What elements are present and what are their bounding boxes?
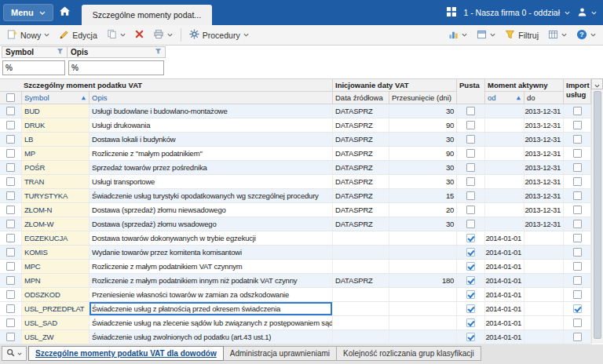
cell-do[interactable] (524, 330, 564, 344)
table-row[interactable]: KOMIS Wydanie towarów przez komitenta ko… (0, 246, 591, 260)
cell-do[interactable]: 2013-12-31 (524, 217, 564, 231)
cell-do[interactable]: 2013-12-31 (524, 147, 564, 160)
home-button[interactable] (53, 4, 77, 21)
cell-przesuniecie[interactable]: 30 (389, 217, 457, 231)
cell-od[interactable] (485, 175, 524, 188)
cell-od[interactable] (485, 189, 524, 202)
row-checkbox[interactable] (6, 290, 15, 299)
cell-od[interactable]: 2014-01-01 (485, 231, 524, 245)
row-checkbox[interactable] (6, 318, 15, 327)
procedures-button[interactable]: Procedury (185, 27, 253, 42)
import-checkbox[interactable] (573, 206, 582, 214)
cell-symbol[interactable]: MPC (22, 260, 90, 273)
import-checkbox[interactable] (573, 234, 582, 242)
cell-data-zrodlowa[interactable]: DATASPRZ (333, 161, 389, 174)
cell-od[interactable] (485, 147, 524, 160)
cell-od[interactable] (485, 133, 524, 146)
row-checkbox[interactable] (6, 121, 15, 129)
table-row[interactable]: ZŁOM-W Dostawa (sprzedaż) złomu wsadoweg… (0, 217, 591, 231)
tab-search-button[interactable] (2, 346, 27, 361)
filter-operator-icon[interactable] (155, 48, 162, 56)
row-checkbox[interactable] (6, 177, 15, 186)
pusta-checkbox[interactable] (466, 318, 475, 327)
user-menu[interactable] (577, 7, 597, 19)
pusta-checkbox[interactable] (466, 149, 475, 158)
group-header-moment-aktywny[interactable]: Moment aktywny (485, 79, 564, 92)
cell-od[interactable] (485, 217, 524, 231)
cell-przesuniecie[interactable]: 30 (389, 161, 457, 174)
table-row[interactable]: USL_SAD Świadczenie usług na zlecenie są… (0, 316, 591, 330)
table-row[interactable]: EGZEKUCJA Dostawa towarów dokonywanych w… (0, 231, 591, 246)
filter-input-symbol[interactable] (2, 60, 65, 75)
cell-data-zrodlowa[interactable] (333, 260, 389, 273)
menu-button[interactable]: Menu (3, 4, 53, 21)
import-checkbox[interactable] (573, 318, 582, 327)
pusta-checkbox[interactable] (466, 107, 475, 115)
import-checkbox[interactable] (573, 248, 582, 257)
cell-od[interactable]: 2014-01-01 (485, 246, 524, 259)
column-header-import-uslug[interactable]: Import usług (564, 79, 591, 104)
cell-data-zrodlowa[interactable]: DATASPRZ (333, 104, 389, 118)
cell-od[interactable] (485, 203, 524, 217)
chart-button[interactable] (444, 27, 471, 42)
import-checkbox[interactable] (573, 191, 582, 200)
pusta-checkbox[interactable] (466, 234, 475, 242)
cell-od[interactable] (485, 104, 524, 118)
filter-header-opis[interactable]: Opis (67, 46, 166, 58)
cell-symbol[interactable]: TRAN (22, 175, 90, 188)
table-row[interactable]: USL_ZW Świadczenie usług zwolnionych od … (0, 330, 591, 344)
filter-header-symbol[interactable]: Symbol (2, 46, 68, 58)
cell-opis[interactable]: Rozliczenie z małym podatnikiem VAT czyn… (90, 260, 333, 273)
column-chooser-button[interactable] (591, 78, 603, 89)
table-row[interactable]: MPC Rozliczenie z małym podatnikiem VAT … (0, 260, 591, 274)
cell-opis[interactable]: Dostawa lokali i budynków (90, 133, 333, 146)
import-checkbox[interactable] (573, 107, 582, 115)
cell-opis[interactable]: Świadczenie usług zwolnionych od podatku… (90, 330, 333, 344)
cell-data-zrodlowa[interactable]: DATASPRZ (333, 118, 389, 132)
column-header-pusta[interactable]: Pusta (457, 79, 485, 104)
cell-data-zrodlowa[interactable]: DATASPRZ (333, 217, 389, 231)
cell-data-zrodlowa[interactable] (333, 330, 389, 344)
cell-symbol[interactable]: BUD (22, 104, 90, 118)
pusta-checkbox[interactable] (466, 206, 475, 214)
cell-od[interactable]: 2014-01-01 (485, 274, 524, 287)
cell-opis[interactable]: Dostawa (sprzedaż) złomu niewsadowego (90, 203, 333, 217)
cell-data-zrodlowa[interactable]: DATASPRZ (333, 147, 389, 160)
cell-data-zrodlowa[interactable]: DATASPRZ (333, 274, 389, 287)
pusta-checkbox[interactable] (466, 191, 475, 200)
cell-przesuniecie[interactable] (389, 330, 457, 344)
cell-data-zrodlowa[interactable]: DATASPRZ (333, 203, 389, 217)
cell-przesuniecie[interactable] (389, 246, 457, 259)
table-row[interactable]: BUD Usługi budowlane i budowlano-montażo… (0, 104, 591, 118)
group-header-inicjowanie[interactable]: Inicjowanie daty VAT (333, 79, 457, 92)
cell-do[interactable] (524, 302, 564, 315)
cell-opis[interactable]: Usługi transportowe (90, 175, 333, 188)
import-checkbox[interactable] (573, 304, 582, 313)
cell-data-zrodlowa[interactable] (333, 288, 389, 301)
table-row[interactable]: DRUK Usługi drukowania DATASPRZ 90 2013-… (0, 118, 591, 133)
import-checkbox[interactable] (573, 177, 582, 186)
cell-data-zrodlowa[interactable]: DATASPRZ (333, 175, 389, 188)
cell-symbol[interactable]: MP (22, 147, 90, 160)
new-button[interactable]: Nowy (3, 27, 53, 43)
delete-button[interactable] (131, 28, 148, 42)
cell-symbol[interactable]: USL_SAD (22, 316, 90, 329)
cell-przesuniecie[interactable] (389, 302, 457, 315)
cell-symbol[interactable]: ODSZKOD (22, 288, 90, 301)
cell-od[interactable]: 2014-01-01 (485, 288, 524, 301)
column-header-przesuniecie[interactable]: Przesunięcie (dni) (389, 92, 457, 104)
cell-opis[interactable]: Dostawa towarów dokonywanych w trybie eg… (90, 231, 333, 245)
table-row[interactable]: MP Rozliczenie z "małym podatnikiem" DAT… (0, 147, 591, 161)
row-checkbox[interactable] (6, 304, 15, 313)
import-checkbox[interactable] (573, 121, 582, 129)
table-row[interactable]: ZŁOM-N Dostawa (sprzedaż) złomu niewsado… (0, 203, 591, 217)
filter-operator-icon[interactable] (57, 48, 64, 56)
row-checkbox[interactable] (6, 262, 15, 271)
table-row[interactable]: USL_PRZEDPŁAT Świadczenie usług z płatno… (0, 302, 591, 316)
cell-opis[interactable]: Usługi budowlane i budowlano-montażowe (90, 104, 333, 118)
cell-opis[interactable]: Rozliczenie z małym podatnikiem innym ni… (90, 274, 333, 287)
import-checkbox[interactable] (573, 276, 582, 285)
cell-przesuniecie[interactable] (389, 316, 457, 329)
cell-data-zrodlowa[interactable]: DATASPRZ (333, 189, 389, 202)
cell-symbol[interactable]: EGZEKUCJA (22, 231, 90, 245)
